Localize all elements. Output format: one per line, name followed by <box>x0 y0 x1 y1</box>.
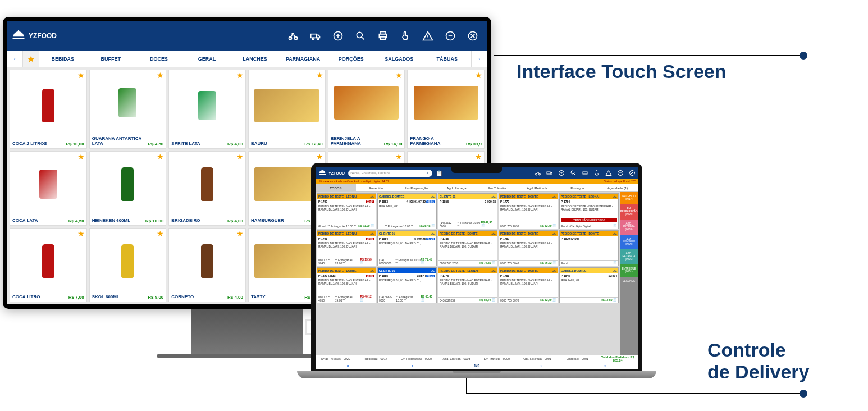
status-tab[interactable]: Recebido <box>356 184 396 191</box>
product-card[interactable]: ★COCA 2 LITROSR$ 10,00 <box>10 70 87 149</box>
tabs-next[interactable]: › <box>471 51 487 67</box>
order-card[interactable]: PEDIDO DE TESTE - DOMTEP-1827 (3531) 08:… <box>317 267 376 303</box>
close-circle-icon[interactable] <box>629 170 636 176</box>
product-card[interactable]: ★BERINJELA A PARMEGIANAR$ 14,90 <box>328 70 405 149</box>
order-card[interactable]: CLIENTE 01P-18589 | 09:18(14) 3662-0000*… <box>438 193 497 229</box>
side-rail-item[interactable]: AGD. ENTREGA(0003) <box>620 220 638 235</box>
status-tab[interactable]: Entregue <box>558 184 598 191</box>
touch-icon[interactable] <box>593 170 600 176</box>
order-subheader: P-1784 <box>560 199 618 204</box>
status-tab[interactable]: Em Preparação <box>396 184 437 191</box>
product-card[interactable]: ★SPRITE LATAR$ 4,00 <box>168 70 246 149</box>
bike-icon[interactable] <box>287 30 299 42</box>
pager: « ‹ 1/2 › » <box>316 362 638 369</box>
category-tab[interactable]: LANCHES <box>231 51 279 67</box>
bike-icon <box>552 231 556 236</box>
product-card[interactable]: ★HEINEKEN 600MLR$ 10,00 <box>89 151 167 225</box>
side-rail-item[interactable]: ENTREGUE(0001) <box>620 264 638 277</box>
order-card[interactable]: PEDIDO DE TESTE - LEONAIP-1791 09:21PEDI… <box>317 230 376 266</box>
close-circle-icon[interactable] <box>467 30 479 42</box>
warning-icon[interactable] <box>422 30 434 42</box>
order-card[interactable]: PEDIDO DE TESTE - DOMTEP-1782PEDIDO DE T… <box>499 230 558 266</box>
order-card[interactable]: PEDIDO DE TESTE - LEONAIP-1778PEDIDO DE … <box>438 267 497 303</box>
plus-circle-icon[interactable] <box>558 170 565 176</box>
truck-icon[interactable] <box>309 30 322 42</box>
warning-icon[interactable] <box>605 170 612 176</box>
category-tab[interactable]: BUFFET <box>87 51 135 67</box>
order-footer: 0800 705 2030R$ 52,40 🧾 <box>499 223 558 229</box>
status-tab[interactable]: Agd. Entrega <box>436 184 477 191</box>
search-icon[interactable] <box>354 30 367 42</box>
side-rail-item[interactable]: RECEBIDO(0017) <box>620 192 638 204</box>
category-tab[interactable]: TÁBUAS <box>423 51 472 67</box>
side-rail-item[interactable]: EM PREPARAÇÃO(0000) <box>620 204 638 220</box>
category-tab[interactable]: GERAL <box>183 51 231 67</box>
truck-icon[interactable] <box>546 170 553 176</box>
order-card[interactable]: GABRIEL DOMTECP-18534 | 08:01 07:39 08:0… <box>377 193 437 229</box>
order-body: PEDIDO DE TESTE - NAO ENTREGAR - RAMAL B… <box>499 241 558 260</box>
product-card[interactable]: ★BAURUR$ 12,40 <box>248 70 326 149</box>
order-card[interactable]: PEDIDO DE TESTE - DOMTEP-1785PEDIDO DE T… <box>438 230 497 266</box>
order-card[interactable]: CLIENTE 01P-18545 | 09:25 07:24ENDEREÇO … <box>377 230 437 266</box>
status-tab[interactable]: Agd. Retirada <box>517 184 558 191</box>
touch-icon[interactable] <box>399 30 412 42</box>
tab-favorites[interactable]: ★ <box>23 51 39 67</box>
bike-icon <box>491 231 496 236</box>
order-card[interactable]: PEDIDO DE TESTE - LEONAIP-1792 22:14PEDI… <box>317 193 376 229</box>
printer-icon[interactable] <box>377 30 389 42</box>
order-subheader: P-1827 (3531) 08:41 <box>317 273 376 278</box>
star-icon: ★ <box>157 71 164 80</box>
status-tab[interactable]: TODOS <box>316 184 356 191</box>
category-tab[interactable]: PORÇÕES <box>327 51 375 67</box>
footer-stat: Entregue - 0001 <box>558 357 598 360</box>
order-footer: (14) 3662-0000** Entregar às 10:00 **R$ … <box>378 294 436 303</box>
category-tab[interactable]: SALGADOS <box>375 51 423 67</box>
status-tab[interactable]: Em Trânsito <box>477 184 517 191</box>
minus-circle-icon[interactable] <box>444 30 456 42</box>
category-tab[interactable]: DOCES <box>135 51 183 67</box>
laptop-device: YZFOOD Nome, Endereço, Telefone + 📋 <box>311 163 642 394</box>
product-card[interactable]: ★GUARANA ANTARTICA LATAR$ 4,50 <box>89 70 167 149</box>
category-tab[interactable]: PARMAGIANA <box>279 51 327 67</box>
pager-last[interactable]: » <box>573 363 638 368</box>
minus-circle-icon[interactable] <box>617 170 624 176</box>
order-card[interactable]: PEDIDO DE TESTE - DOMTEP-1829 (0409)iFoo… <box>559 230 619 266</box>
search-icon[interactable] <box>570 170 577 176</box>
star-icon: ★ <box>157 152 164 161</box>
order-card[interactable]: GABRIEL DOMTECP-184510:49 |RUA PAUL, 02R… <box>559 267 619 303</box>
status-tab[interactable]: Agendado (1) <box>597 184 638 191</box>
product-card[interactable]: ★CORNETOR$ 4,00 <box>168 228 246 302</box>
product-card[interactable]: ★SKOL 600MLR$ 9,00 <box>89 228 167 302</box>
pager-first[interactable]: « <box>316 363 380 368</box>
printer-icon[interactable] <box>582 170 588 176</box>
order-card[interactable]: CLIENTE 01P-185508:57 | 08:31ENDEREÇO 01… <box>377 267 437 303</box>
order-card[interactable]: PEDIDO DE TESTE - DOMTEP-1781PEDIDO DE T… <box>499 267 558 303</box>
receipt-icon: 🧾 <box>613 261 617 265</box>
order-footer: 0800 705 3040** Entregar às 23:00 **R$ 1… <box>317 257 376 266</box>
product-footer: COCA LATAR$ 4,50 <box>10 217 86 225</box>
product-name: BRIGADEIRO <box>171 218 200 223</box>
order-card[interactable]: PEDIDO DE TESTE - LEONAIP-1784PEDIDO DE … <box>559 193 619 229</box>
star-icon: ★ <box>77 71 85 80</box>
side-rail-item[interactable]: LEGENDA <box>620 277 638 286</box>
pager-next[interactable]: › <box>509 363 573 368</box>
order-card[interactable]: PEDIDO DE TESTE - DOMTEP-1779PEDIDO DE T… <box>499 193 558 229</box>
category-tab[interactable]: BEBIDAS <box>39 51 87 67</box>
tabs-prev[interactable]: ‹ <box>7 51 23 67</box>
product-price: R$ 9,00 <box>148 295 163 300</box>
search-input[interactable]: Nome, Endereço, Telefone + <box>348 170 432 177</box>
product-card[interactable]: ★BRIGADEIROR$ 4,00 <box>168 151 246 225</box>
order-body: PEDIDO DE TESTE - NAO ENTREGAR - RAMAL B… <box>317 204 376 223</box>
clipboard-icon[interactable]: 📋 <box>436 170 442 176</box>
plus-circle-icon[interactable] <box>332 30 344 42</box>
product-card[interactable]: ★COCA LITROR$ 7,00 <box>10 228 87 302</box>
bike-icon[interactable] <box>534 170 541 176</box>
search-add-icon[interactable]: + <box>424 170 430 176</box>
pager-prev[interactable]: ‹ <box>380 363 445 368</box>
product-card[interactable]: ★FRANGO A PARMEGIANAR$ 39,9 <box>407 70 485 149</box>
star-icon: ★ <box>77 229 85 238</box>
side-rail-item[interactable]: AGD. RETIRADA(0001) <box>620 249 638 264</box>
product-card[interactable]: ★COCA LATAR$ 4,50 <box>10 151 87 225</box>
side-rail-item[interactable]: EM TRÂNSITO(0000) <box>620 235 638 250</box>
receipt-icon: 🧾 <box>613 224 617 228</box>
